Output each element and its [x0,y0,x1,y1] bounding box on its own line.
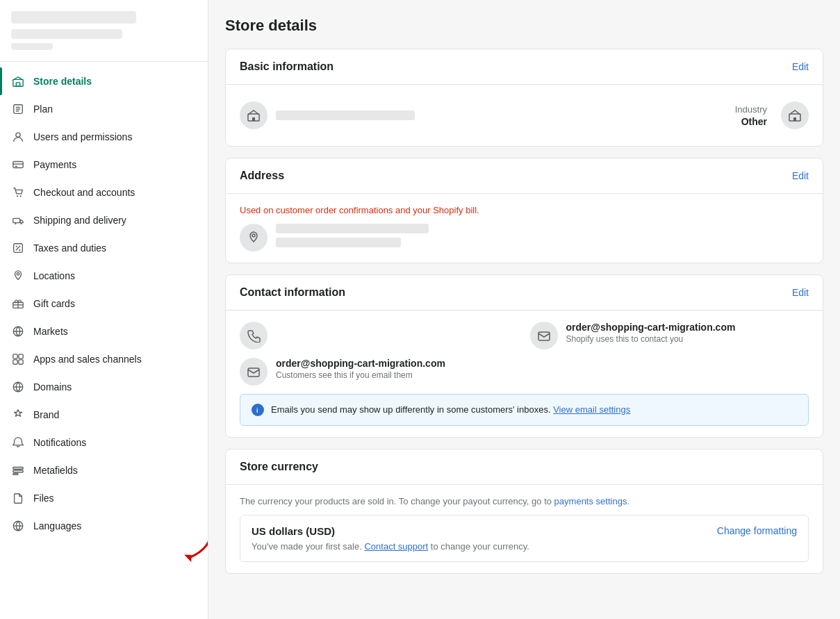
shipping-icon [11,213,25,227]
store-name-blur [11,29,122,39]
industry-icon-circle [781,101,809,129]
svg-rect-17 [13,360,17,364]
sidebar-item-languages[interactable]: Languages [0,512,208,540]
change-formatting-link[interactable]: Change formatting [717,525,797,536]
languages-nav-container: Languages [0,512,208,540]
sidebar-item-payments[interactable]: Payments [0,151,208,179]
email-shopify-text: order@shopping-cart-migration.com Shopif… [566,322,736,344]
address-row [240,224,809,251]
sidebar-item-markets[interactable]: Markets [0,317,208,345]
sidebar-item-label: Metafields [33,465,78,476]
currency-header-row: US dollars (USD) Change formatting [252,525,797,537]
sidebar-item-label: Checkout and accounts [33,187,135,198]
brand-icon [11,408,25,422]
address-subtitle: Used on customer order confirmations and… [240,205,809,215]
currency-detail-card: US dollars (USD) Change formatting You'v… [240,515,809,562]
basic-info-title: Basic information [240,60,333,73]
basic-info-header: Basic information Edit [226,49,823,85]
sidebar-item-metafields[interactable]: Metafields [0,456,208,484]
svg-rect-28 [793,117,796,121]
basic-info-edit-link[interactable]: Edit [792,61,809,72]
industry-building-icon [788,108,802,122]
sidebar-item-plan[interactable]: Plan [0,95,208,123]
sidebar-item-label: Shipping and delivery [33,215,126,226]
sidebar-item-label: Domains [33,381,72,393]
industry-value: Other [735,116,767,127]
store-name-blur-line1 [276,110,415,120]
contact-customer-email-item: order@shopping-cart-migration.com Custom… [240,358,809,386]
page-title: Store details [225,17,823,35]
payments-icon [11,158,25,172]
sidebar-item-gift-cards[interactable]: Gift cards [0,290,208,317]
apps-icon [11,352,25,366]
contact-support-link[interactable]: Contact support [364,541,428,552]
industry-group: Industry Other [735,104,773,127]
svg-rect-5 [15,166,18,167]
sidebar-item-label: Apps and sales channels [33,354,142,365]
sidebar-item-locations[interactable]: Locations [0,262,208,290]
address-edit-link[interactable]: Edit [792,170,809,181]
notifications-icon [11,436,25,449]
sidebar-item-taxes-duties[interactable]: Taxes and duties [0,234,208,262]
sidebar-item-label: Locations [33,270,75,281]
users-icon [11,130,25,144]
metafields-icon [11,463,25,477]
store-details-icon [11,74,25,88]
store-name-blurs [276,110,727,120]
view-email-settings-link[interactable]: View email settings [553,404,630,415]
contact-info-card: Contact information Edit [225,274,823,438]
store-currency-card: Store currency The currency your product… [225,449,823,574]
contact-info-edit-link[interactable]: Edit [792,287,809,298]
main-content: Store details Basic information Edit [208,0,840,619]
sidebar-item-users-permissions[interactable]: Users and permissions [0,123,208,151]
locations-icon [11,269,25,283]
svg-rect-31 [248,368,259,377]
svg-rect-8 [13,218,20,222]
checkout-icon [11,185,25,199]
sidebar-item-label: Users and permissions [33,131,132,142]
sidebar-item-store-details[interactable]: Store details [0,67,208,95]
location-pin-icon [247,231,261,245]
info-banner-text: Emails you send may show up differently … [271,403,630,417]
sidebar-item-checkout-accounts[interactable]: Checkout and accounts [0,179,208,206]
svg-point-9 [15,223,16,224]
store-currency-title: Store currency [240,461,318,473]
sidebar-item-files[interactable]: Files [0,484,208,512]
sidebar-item-apps-sales-channels[interactable]: Apps and sales channels [0,345,208,373]
currency-note: You've made your first sale. Contact sup… [252,541,797,552]
customer-email-value: order@shopping-cart-migration.com [276,358,445,369]
payments-settings-link[interactable]: payments settings [554,496,627,506]
svg-rect-20 [13,468,23,470]
sidebar-item-label: Markets [33,326,68,337]
sidebar-item-label: Gift cards [33,298,75,309]
sidebar-item-shipping-delivery[interactable]: Shipping and delivery [0,206,208,234]
svg-rect-1 [16,83,19,86]
svg-marker-24 [184,554,192,563]
store-building-icon [247,108,261,122]
sidebar-item-notifications[interactable]: Notifications [0,429,208,456]
address-location-icon-circle [240,224,267,251]
sidebar-item-label: Store details [33,76,92,87]
sidebar-nav: Store details Plan Users and permissions [0,62,208,619]
taxes-icon [11,241,25,255]
store-logo-blur [11,11,136,24]
address-blur-line1 [276,224,429,233]
svg-rect-4 [13,162,23,168]
svg-point-7 [20,195,22,197]
info-icon: i [254,406,261,413]
customer-email-note: Customers see this if you email them [276,370,445,380]
domains-icon [11,380,25,394]
languages-icon [11,519,25,533]
customer-email-text: order@shopping-cart-migration.com Custom… [276,358,445,380]
sidebar-item-brand[interactable]: Brand [0,401,208,429]
phone-icon [247,329,261,342]
contact-email-shopify-item: order@shopping-cart-migration.com Shopif… [530,322,809,349]
sidebar: Store details Plan Users and permissions [0,0,208,619]
basic-info-row: Industry Other [240,96,809,135]
plan-icon [11,102,25,116]
store-currency-body: The currency your products are sold in. … [226,485,823,573]
svg-point-3 [16,133,20,137]
sidebar-item-label: Brand [33,409,59,420]
store-currency-subtitle: The currency your products are sold in. … [240,496,809,506]
sidebar-item-domains[interactable]: Domains [0,373,208,401]
